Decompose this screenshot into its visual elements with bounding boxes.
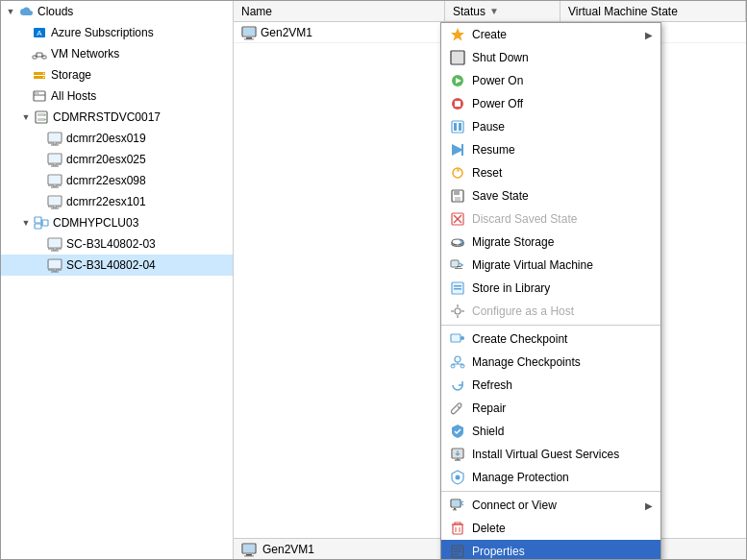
sidebar-item-dcmrr20esx019[interactable]: dcmrr20esx019: [1, 128, 233, 149]
filter-icon[interactable]: ▼: [489, 6, 499, 16]
menu-item-pause[interactable]: Pause: [441, 115, 660, 138]
svg-rect-138: [246, 554, 252, 556]
sidebar-label: Azure Subscriptions: [51, 26, 154, 39]
svg-rect-2: [37, 53, 42, 57]
svg-rect-94: [457, 266, 461, 267]
menu-item-refresh[interactable]: Refresh: [441, 374, 660, 397]
host-icon: [47, 257, 62, 273]
menu-item-power-off[interactable]: Power Off: [441, 92, 660, 115]
sidebar-item-all-hosts[interactable]: All Hosts: [1, 85, 233, 107]
sidebar-item-clouds[interactable]: ▼Clouds: [1, 1, 233, 22]
expand-icon[interactable]: ▼: [5, 6, 16, 17]
menu-item-store-library[interactable]: Store in Library: [441, 277, 660, 300]
menu-item-reset[interactable]: Reset: [441, 161, 660, 184]
star-icon: [449, 26, 466, 43]
svg-rect-80: [459, 123, 461, 131]
poweroff-icon: [449, 95, 466, 112]
svg-rect-21: [49, 134, 61, 141]
sidebar-item-cdmhypclu03[interactable]: ▼CDMHYPCLU03: [1, 212, 233, 233]
sidebar-item-vm-networks[interactable]: VM Networks: [1, 43, 233, 64]
menu-item-delete[interactable]: Delete: [441, 517, 660, 540]
svg-rect-82: [461, 144, 463, 156]
storage-icon: [32, 67, 47, 83]
migrate-storage-icon: [449, 233, 466, 251]
menu-item-properties[interactable]: Properties: [441, 540, 660, 559]
menu-label-manage-checkpoints: Manage Checkpoints: [472, 355, 653, 369]
menu-item-power-on[interactable]: Power On: [441, 69, 660, 92]
svg-rect-70: [244, 38, 254, 39]
menu-item-resume[interactable]: Resume: [441, 138, 660, 161]
hosts-icon: [32, 88, 47, 104]
menu-label-resume: Resume: [472, 143, 653, 157]
delete-icon: [449, 520, 466, 537]
svg-rect-127: [453, 510, 457, 511]
svg-text:A: A: [37, 29, 42, 37]
svg-rect-106: [452, 335, 460, 341]
menu-label-migrate-storage: Migrate Storage: [472, 235, 653, 249]
menu-item-repair[interactable]: Repair: [441, 397, 660, 420]
menu-item-manage-protection[interactable]: Manage Protection: [441, 466, 660, 489]
properties-icon: [449, 543, 466, 559]
menu-item-save-state[interactable]: Save State: [441, 184, 660, 207]
shield-icon: [449, 423, 466, 440]
refresh-icon: [449, 377, 466, 394]
sidebar-item-dcmrr22esx101[interactable]: dcmrr22esx101: [1, 191, 233, 212]
status-vm-icon: [241, 542, 257, 557]
protection-icon: [449, 469, 466, 486]
sidebar-item-dcmrr20esx025[interactable]: dcmrr20esx025: [1, 149, 233, 170]
sidebar-item-sc-b3l40802-04[interactable]: SC-B3L40802-04: [1, 255, 233, 276]
sidebar-label: dcmrr22esx101: [66, 195, 146, 208]
svg-rect-95: [455, 268, 462, 269]
menu-label-configure-host: Configure as a Host: [472, 304, 653, 318]
expand-icon[interactable]: ▼: [20, 217, 32, 229]
menu-item-shield[interactable]: Shield: [441, 420, 660, 443]
host-icon: [47, 194, 62, 209]
svg-rect-16: [37, 113, 45, 116]
menu-item-connect-view[interactable]: Connect or View▶: [441, 494, 660, 517]
sidebar-item-dcmrr22esx098[interactable]: dcmrr22esx098: [1, 170, 233, 191]
savestate-icon: [449, 187, 466, 205]
connect-icon: [449, 497, 466, 514]
svg-point-18: [44, 114, 46, 116]
sidebar-item-sc-b3l40802-03[interactable]: SC-B3L40802-03: [1, 233, 233, 255]
menu-label-create-checkpoint: Create Checkpoint: [472, 332, 653, 346]
svg-rect-15: [36, 111, 47, 123]
sidebar-item-storage[interactable]: Storage: [1, 64, 233, 85]
cloud-icon: [18, 4, 34, 19]
svg-rect-35: [49, 176, 61, 183]
reset-icon: [449, 164, 466, 182]
menu-item-create-checkpoint[interactable]: Create Checkpoint: [441, 328, 660, 351]
svg-rect-140: [243, 545, 255, 552]
menu-item-discard-saved-state: Discard Saved State: [441, 207, 660, 231]
menu-item-shut-down[interactable]: Shut Down: [441, 46, 660, 69]
svg-rect-99: [454, 288, 461, 290]
sidebar-label: dcmrr22esx098: [66, 174, 146, 187]
resume-icon: [449, 141, 466, 158]
svg-point-14: [37, 92, 39, 94]
svg-rect-85: [455, 197, 461, 201]
svg-point-13: [35, 92, 37, 94]
network-icon: [32, 46, 47, 61]
menu-item-manage-checkpoints[interactable]: Manage Checkpoints: [441, 351, 660, 374]
menu-label-migrate-vm: Migrate Virtual Machine: [472, 258, 653, 272]
menu-item-install-guest[interactable]: Install Virtual Guest Services: [441, 443, 660, 466]
svg-point-10: [43, 77, 45, 79]
context-menu: Create▶Shut DownPower OnPower OffPauseRe…: [440, 22, 661, 559]
sidebar-label: CDMHYPCLU03: [53, 216, 138, 230]
sidebar-item-cdmrrstdvc0017[interactable]: ▼CDMRRSTDVC0017: [1, 107, 233, 128]
sidebar-label: CDMRRSTDVC0017: [53, 110, 161, 124]
svg-rect-77: [455, 101, 461, 107]
menu-item-create[interactable]: Create▶: [441, 23, 660, 46]
svg-rect-130: [453, 524, 462, 534]
menu-separator: [441, 491, 660, 492]
column-vmstate: Virtual Machine State: [560, 1, 746, 21]
sidebar-item-azure-subscriptions[interactable]: AAzure Subscriptions: [1, 22, 233, 43]
menu-label-save-state: Save State: [472, 189, 653, 203]
svg-rect-48: [35, 217, 41, 223]
expand-icon[interactable]: ▼: [20, 111, 32, 123]
menu-item-migrate-vm[interactable]: Migrate Virtual Machine: [441, 254, 660, 277]
vm-icon: [241, 25, 257, 40]
menu-item-migrate-storage[interactable]: Migrate Storage: [441, 231, 660, 254]
host-icon: [47, 173, 62, 188]
host-icon: [47, 152, 62, 167]
